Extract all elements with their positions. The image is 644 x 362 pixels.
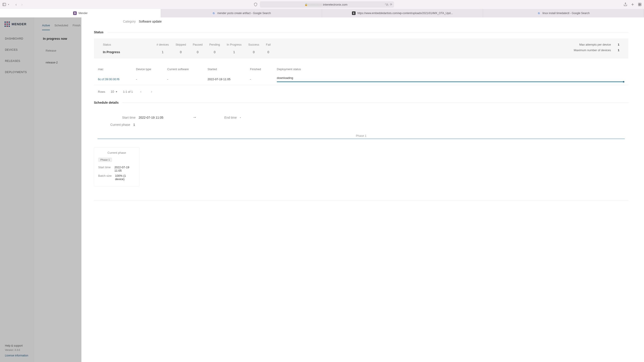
pc-start-label: Start time <box>98 166 111 172</box>
page-next[interactable]: › <box>149 90 154 94</box>
browser-toolbar: ▾ ‹ › 🔒 xxxxxxxxxxx interelectronix.com … <box>0 0 644 9</box>
col-paused: Paused <box>193 43 202 46</box>
col-skipped: Skipped <box>176 43 186 46</box>
device-table: mac Device type Current software Started… <box>94 65 628 85</box>
tabs-icon[interactable] <box>638 2 642 6</box>
val-devices: 1 <box>156 50 169 54</box>
svg-rect-7 <box>640 5 641 6</box>
pc-batch-label: Batch size <box>98 174 112 181</box>
table-row[interactable]: 6c:cf:39:00:00:f6 - - 2022-07-19 11:05 -… <box>94 73 628 85</box>
tab-strip: BMender Gmender yocto create artifact - … <box>0 9 644 17</box>
share-icon[interactable] <box>624 2 628 6</box>
tab-google-2[interactable]: Glinux install timedatectl - Google Sear… <box>483 9 644 17</box>
val-success: 0 <box>248 50 259 54</box>
max-devices-value: 1 <box>615 48 620 52</box>
start-time-label: Start time <box>116 116 136 119</box>
favicon-g: G <box>537 11 541 15</box>
arrow-right-icon: → <box>192 115 196 120</box>
max-attempts-value: 1 <box>615 43 620 46</box>
reload-icon[interactable]: ⟳ <box>390 3 392 6</box>
cell-started: 2022-07-19 11:05 <box>208 77 248 81</box>
progress-bar <box>277 81 624 82</box>
svg-rect-5 <box>640 3 641 4</box>
val-fail: 0 <box>266 50 270 54</box>
forward-button[interactable]: › <box>20 2 24 7</box>
favicon-g: G <box>212 11 216 15</box>
th-devtype: Device type <box>136 67 165 71</box>
phase-card: Current phase Phase 1 Start time2022-07-… <box>94 147 140 186</box>
url-domain: interelectronix.com <box>323 3 348 6</box>
rows-label: Rows <box>98 90 105 93</box>
tab-label: mender yocto create artifact - Google Se… <box>217 12 271 15</box>
status-value: In Progress <box>103 50 148 54</box>
status-label: Status <box>103 43 148 46</box>
tab-embedded[interactable]: Ehttps://www.embeddedartists.com/wp-cont… <box>322 9 483 17</box>
end-time-label: End time <box>217 116 237 119</box>
translate-icon[interactable]: ᴬあ <box>385 3 389 6</box>
sidebar-icon[interactable] <box>2 2 6 6</box>
max-attempts-label: Max attempts per device <box>579 43 611 46</box>
end-time-value: - <box>240 116 241 119</box>
th-depstatus: Deployment status <box>277 67 624 71</box>
chevron-down-icon[interactable]: ▾ <box>8 3 9 5</box>
url-blur: xxxxxxxxxxx <box>306 3 323 6</box>
th-mac: mac <box>98 67 134 71</box>
page-prev[interactable]: ‹ <box>138 90 144 94</box>
cell-devtype: - <box>136 77 165 81</box>
rows-select[interactable]: 10▼ <box>111 90 118 93</box>
tab-label: https://www.embeddedartists.com/wp-conte… <box>357 12 453 15</box>
svg-rect-0 <box>3 3 6 6</box>
phase-card-title: Current phase <box>98 151 135 154</box>
th-started: Started <box>208 67 248 71</box>
cell-cursw: - <box>167 77 205 81</box>
val-paused: 0 <box>193 50 202 54</box>
tab-label: Mender <box>78 12 88 15</box>
val-inprogress: 1 <box>227 50 242 54</box>
start-time-value: 2022-07-19 11:05 <box>139 116 164 119</box>
back-button[interactable]: ‹ <box>14 2 18 7</box>
modal-scrim[interactable] <box>0 17 82 362</box>
phase-header: Phase 1 <box>94 134 628 137</box>
col-inprogress: In Progress <box>227 43 242 46</box>
cell-status: downloading <box>277 76 624 79</box>
phase-badge: Phase 1 <box>98 158 112 162</box>
th-finished: Finished <box>250 67 274 71</box>
category-label: Category <box>123 20 136 23</box>
tab-mender[interactable]: BMender <box>0 9 161 17</box>
val-pending: 0 <box>209 50 220 54</box>
svg-rect-6 <box>638 5 640 6</box>
tab-label: linux install timedatectl - Google Searc… <box>542 12 590 15</box>
col-fail: Fail <box>266 43 270 46</box>
current-phase-label: Current phase <box>110 123 130 126</box>
max-devices-label: Maximum number of devices <box>574 48 611 52</box>
pc-start-value: 2022-07-19 11:05 <box>114 166 135 172</box>
col-pending: Pending <box>209 43 220 46</box>
favicon-e: E <box>352 11 356 15</box>
svg-rect-4 <box>638 3 640 4</box>
current-phase-value: 1 <box>133 123 135 126</box>
th-cursw: Current software <box>167 67 205 71</box>
status-section-header: Status <box>94 30 628 34</box>
bottom-divider <box>94 200 628 200</box>
cell-mac[interactable]: 6c:cf:39:00:00:f6 <box>98 77 134 81</box>
deployment-detail-sheet: Category Software update Status Status I… <box>82 17 644 362</box>
page-range: 1-1 of 1 <box>123 90 133 93</box>
pagination: Rows 10▼ 1-1 of 1 ‹ › <box>94 85 628 98</box>
schedule-section-header: Schedule details <box>94 101 628 104</box>
url-bar[interactable]: 🔒 xxxxxxxxxxx interelectronix.com ᴬあ ⟳ <box>260 1 394 7</box>
cell-finished: - <box>250 77 274 81</box>
tab-google-1[interactable]: Gmender yocto create artifact - Google S… <box>161 9 322 17</box>
status-summary: Status In Progress # devices1 Skipped0 P… <box>94 38 628 58</box>
pc-batch-value: 100% (1 device) <box>115 174 135 181</box>
col-success: Success <box>248 43 259 46</box>
shield-icon[interactable] <box>254 2 258 6</box>
val-skipped: 0 <box>176 50 186 54</box>
favicon-b: B <box>73 11 77 15</box>
col-devices: # devices <box>156 43 169 46</box>
category-value: Software update <box>139 20 162 23</box>
phase-progress-bar <box>98 138 625 139</box>
new-tab-icon[interactable] <box>630 2 634 6</box>
